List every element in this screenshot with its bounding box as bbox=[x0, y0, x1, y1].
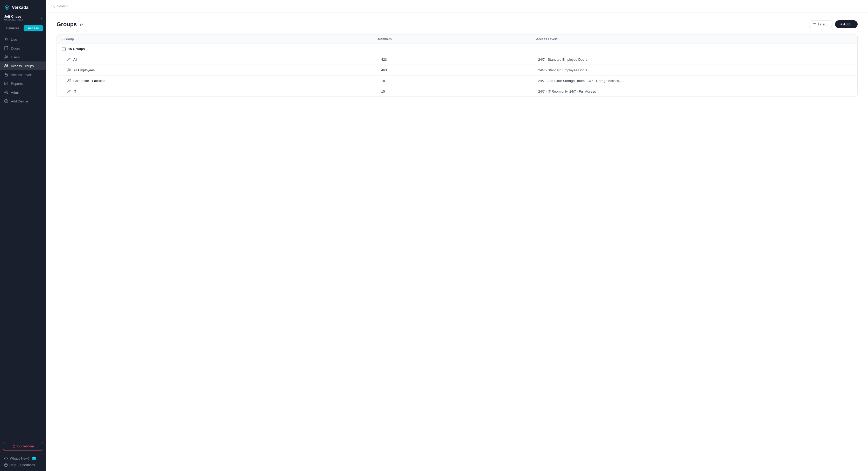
row-name: Contractor - Facilities bbox=[73, 79, 105, 83]
live-icon bbox=[4, 37, 8, 41]
group-icon bbox=[67, 68, 71, 72]
svg-point-6 bbox=[7, 48, 7, 49]
search-icon bbox=[51, 4, 55, 8]
header-members[interactable]: Members bbox=[378, 37, 536, 41]
table-row[interactable]: All 423 24/7 - Standard Employee Doors bbox=[57, 54, 857, 65]
sidebar-item-live[interactable]: Live bbox=[0, 35, 46, 44]
mode-tabs: Cameras Access bbox=[0, 25, 46, 35]
header-group[interactable]: ↓ Group bbox=[62, 37, 378, 41]
header-group-label: Group bbox=[65, 37, 74, 41]
group-name-cell: IT bbox=[67, 89, 381, 93]
logo-text: Verkada bbox=[12, 5, 28, 10]
svg-point-34 bbox=[70, 69, 71, 70]
sidebar-item-label-reports: Reports bbox=[11, 82, 23, 86]
sidebar-item-label-add-device: Add Device bbox=[11, 99, 28, 103]
svg-point-37 bbox=[68, 90, 69, 91]
sidebar-item-label-users: Users bbox=[11, 55, 20, 59]
table-row[interactable]: All Employees 463 24/7 - Standard Employ… bbox=[57, 65, 857, 76]
header-members-label: Members bbox=[378, 37, 392, 41]
feedback-link[interactable]: Feedback bbox=[20, 463, 35, 467]
tab-access[interactable]: Access bbox=[24, 25, 43, 31]
members-cell: 423 bbox=[381, 58, 538, 61]
svg-point-35 bbox=[68, 79, 69, 81]
help-icon bbox=[4, 463, 8, 467]
sidebar-item-label-live: Live bbox=[11, 38, 17, 41]
svg-point-33 bbox=[68, 69, 69, 70]
sidebar-item-admin[interactable]: Admin bbox=[0, 88, 46, 97]
lockdown-label: Lockdown bbox=[18, 444, 34, 448]
user-org: Verkada Demo bbox=[4, 19, 23, 22]
sidebar-item-reports[interactable]: Reports bbox=[0, 79, 46, 88]
reports-icon bbox=[4, 82, 8, 86]
lockdown-icon bbox=[12, 445, 16, 448]
svg-point-7 bbox=[5, 56, 6, 57]
members-cell: 463 bbox=[381, 68, 538, 72]
content-area: Groups 15 Filter... + Add... ↓ Group bbox=[46, 12, 868, 471]
svg-point-10 bbox=[7, 65, 8, 66]
row-name: All Employees bbox=[73, 68, 95, 72]
lockdown-button[interactable]: Lockdown bbox=[3, 442, 43, 451]
access-levels-cell: 24/7 - Standard Employee Doors bbox=[538, 58, 852, 61]
whats-new-label: What's New? bbox=[10, 457, 30, 460]
sidebar-item-add-device[interactable]: Add Device bbox=[0, 97, 46, 106]
logo[interactable]: ✓ Verkada bbox=[0, 0, 46, 13]
svg-point-31 bbox=[68, 58, 69, 59]
access-levels-cell: 24/7 - Standard Employee Doors bbox=[538, 68, 852, 72]
svg-point-9 bbox=[5, 65, 6, 66]
sidebar-item-users[interactable]: Users bbox=[0, 53, 46, 61]
whats-new-badge: 2 bbox=[32, 457, 36, 460]
svg-point-36 bbox=[70, 79, 71, 80]
sidebar-item-label-access-levels: Access Levels bbox=[11, 73, 32, 77]
users-icon bbox=[4, 55, 8, 59]
search-input[interactable] bbox=[57, 4, 863, 8]
page-title: Groups bbox=[57, 21, 77, 28]
access-levels-cell: 24/7 - 2nd Floor Storage Room, 24/7 - Ga… bbox=[538, 79, 852, 83]
sidebar-item-label-access-groups: Access Groups bbox=[11, 64, 34, 68]
row-name: All bbox=[73, 58, 77, 61]
tab-cameras[interactable]: Cameras bbox=[3, 25, 23, 31]
group-count-label: 15 Groups bbox=[68, 47, 85, 51]
add-device-icon bbox=[4, 99, 8, 103]
group-name-cell: All Employees bbox=[67, 68, 381, 72]
svg-rect-20 bbox=[13, 446, 15, 448]
table-row[interactable]: IT 15 24/7 - IT Room only, 24/7 - Full A… bbox=[57, 86, 857, 96]
svg-point-32 bbox=[70, 58, 71, 59]
filter-label: Filter... bbox=[818, 22, 828, 26]
header-access-levels[interactable]: Access Levels bbox=[536, 37, 852, 41]
doors-icon bbox=[4, 46, 8, 50]
sidebar-item-access-groups[interactable]: Access Groups bbox=[0, 61, 46, 70]
filter-icon bbox=[813, 23, 816, 26]
sidebar-item-access-levels[interactable]: Access Levels bbox=[0, 70, 46, 79]
whats-new-icon bbox=[4, 457, 8, 460]
group-icon bbox=[67, 57, 71, 61]
filter-button[interactable]: Filter... bbox=[809, 20, 833, 28]
gear-icon bbox=[4, 90, 8, 94]
group-name-cell: All bbox=[67, 57, 381, 61]
row-name: IT bbox=[73, 89, 76, 93]
chevron-down-icon: ▾ bbox=[41, 17, 42, 20]
whats-new[interactable]: What's New? 2 bbox=[4, 457, 42, 460]
help-feedback-row: Help | Feedback bbox=[4, 463, 42, 467]
user-menu[interactable]: Jeff Chase Verkada Demo ▾ bbox=[0, 13, 46, 25]
sidebar-bottom: What's New? 2 Help | Feedback bbox=[0, 454, 46, 471]
help-link[interactable]: Help bbox=[9, 463, 16, 467]
table-row[interactable]: Contractor - Facilities 18 24/7 - 2nd Fl… bbox=[57, 76, 857, 86]
topbar bbox=[46, 0, 868, 12]
sidebar-item-doors[interactable]: Doors bbox=[0, 44, 46, 53]
group-name-cell: Contractor - Facilities bbox=[67, 79, 381, 83]
sidebar-item-label-doors: Doors bbox=[11, 47, 20, 50]
verkada-logo-icon: ✓ bbox=[4, 5, 10, 10]
group-icon bbox=[67, 79, 71, 83]
svg-point-4 bbox=[5, 39, 7, 40]
svg-point-25 bbox=[6, 466, 6, 466]
user-name: Jeff Chase bbox=[4, 14, 23, 19]
svg-point-38 bbox=[70, 90, 71, 91]
members-cell: 15 bbox=[381, 89, 538, 93]
add-button[interactable]: + Add... bbox=[835, 20, 858, 28]
page-header: Groups 15 Filter... + Add... bbox=[57, 20, 858, 28]
add-label: + Add... bbox=[840, 22, 852, 26]
lock-icon bbox=[4, 72, 8, 77]
group-icon bbox=[67, 89, 71, 93]
members-cell: 18 bbox=[381, 79, 538, 83]
select-all-checkbox[interactable] bbox=[62, 47, 66, 51]
